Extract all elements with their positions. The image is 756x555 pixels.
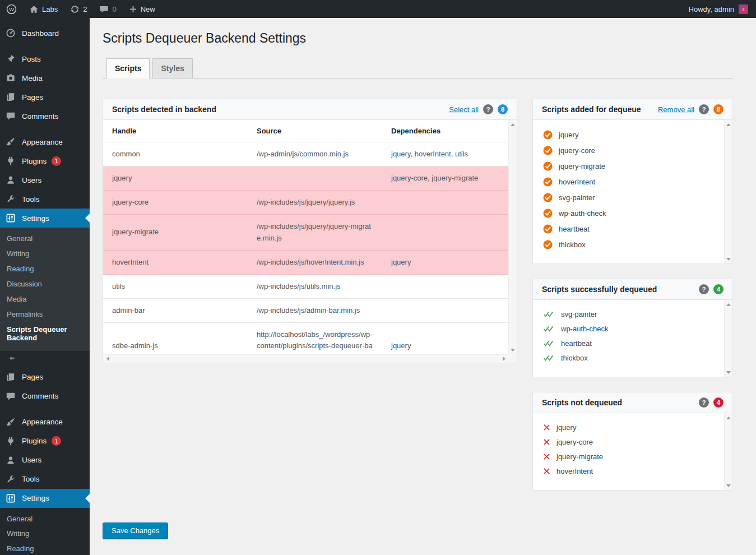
help-icon[interactable]: ? [699,284,709,294]
remove-all-link[interactable]: Remove all [658,105,694,114]
tab-styles[interactable]: Styles [152,58,192,78]
sidebar-item-pages-2[interactable]: Pages [0,368,90,387]
dequeue-item[interactable]: jquery-migrate [533,159,724,174]
sidebar-item-media[interactable]: Media [0,68,90,87]
site-menu-item[interactable]: Labs [23,0,64,18]
updates-menu-item[interactable]: 2 [64,0,93,18]
new-menu-item[interactable]: New [123,0,161,18]
submenu-item-general-2[interactable]: General [0,512,90,527]
save-changes-button[interactable]: Save Changes [103,522,168,539]
dequeue-item[interactable]: heartbeat [533,221,724,237]
sidebar-item-label: Tools [22,195,40,203]
sidebar-item-plugins[interactable]: Plugins 1 [0,151,90,170]
table-horizontal-scrollbar[interactable] [103,354,508,363]
howdy-text[interactable]: Howdy, admin [689,5,734,13]
wordpress-logo-icon[interactable]: W [0,0,23,18]
sidebar-item-label: Users [22,456,41,464]
select-all-link[interactable]: Select all [449,105,479,114]
wordpress-admin-screen: W Labs 2 0 New Howdy, admin s [0,0,756,555]
dequeue-item[interactable]: svg-painter [533,190,724,206]
sidebar-item-plugins-2[interactable]: Plugins 1 [0,432,90,451]
script-row-jquery-core[interactable]: jquery-core /wp-includes/js/jquery/jquer… [103,191,508,215]
plugins-update-badge: 1 [52,436,61,446]
scripts-table: Handle Source Dependencies common /wp-ad… [103,120,508,354]
settings-submenu: General Writing Reading Discussion Media… [0,228,90,351]
collapse-menu-button[interactable] [0,351,90,368]
sidebar-item-users[interactable]: Users [0,170,90,189]
success-scrollbar[interactable] [724,300,732,377]
scroll-down-arrow[interactable] [509,347,517,353]
sidebar-item-appearance-2[interactable]: Appearance [0,413,90,432]
sidebar-item-comments-2[interactable]: Comments [0,387,90,406]
dequeue-item[interactable]: jquery-core [533,143,724,159]
sidebar-item-pages[interactable]: Pages [0,87,90,107]
script-row-common[interactable]: common /wp-admin/js/common.min.js jquery… [103,142,508,166]
help-icon[interactable]: ? [699,397,709,408]
submenu-item-general[interactable]: General [0,232,90,247]
admin-sidebar: Dashboard Posts Media Pages Comments App… [0,18,90,555]
submenu-item-reading[interactable]: Reading [0,262,90,277]
failed-scrollbar[interactable] [724,413,732,490]
double-check-icon [543,354,555,362]
success-count-badge: 4 [713,284,723,294]
scroll-left-arrow[interactable] [105,355,110,363]
dequeue-scrollbar[interactable] [724,120,732,263]
scroll-up-arrow[interactable] [509,122,517,127]
scroll-down-arrow[interactable] [725,483,732,488]
submenu-item-scripts-dequeuer-backend[interactable]: Scripts Dequeuer Backend [0,322,74,346]
script-row-utils[interactable]: utils /wp-includes/js/utils.min.js [103,274,508,298]
dequeue-item[interactable]: wp-auth-check [533,206,724,221]
dependencies-cell: jquery [382,250,508,274]
dequeue-count-badge: 8 [713,104,723,114]
scroll-down-arrow[interactable] [725,256,732,262]
submenu-item-writing[interactable]: Writing [0,247,90,262]
detected-panel-header: Scripts detected in backend Select all ?… [103,99,517,120]
sidebar-item-posts[interactable]: Posts [0,49,90,68]
help-icon[interactable]: ? [699,104,709,114]
comments-menu-item[interactable]: 0 [93,0,122,18]
submenu-item-media[interactable]: Media [0,292,90,307]
script-row-sdbe-admin-js[interactable]: sdbe-admin-js http://localhost/labs_/wor… [103,323,508,354]
dequeue-panel-actions: Remove all ? 8 [658,104,723,114]
sidebar-item-tools-2[interactable]: Tools [0,470,90,489]
submenu-item-discussion[interactable]: Discussion [0,277,90,292]
sidebar-item-appearance[interactable]: Appearance [0,132,90,151]
avatar[interactable]: s [739,4,748,14]
submenu-item-writing-2[interactable]: Writing [0,526,90,542]
sidebar-item-comments[interactable]: Comments [0,107,90,126]
sidebar-item-tools[interactable]: Tools [0,189,90,209]
source-cell: /wp-includes/js/hoverIntent.min.js [248,250,382,274]
script-row-jquery-migrate[interactable]: jquery-migrate /wp-includes/js/jquery/jq… [103,215,508,250]
scroll-up-arrow[interactable] [725,302,732,307]
script-row-admin-bar[interactable]: admin-bar /wp-includes/js/admin-bar.min.… [103,298,508,322]
handle-cell: sdbe-admin-js [103,323,248,354]
updates-count: 2 [83,5,87,13]
submenu-item-permalinks[interactable]: Permalinks [0,307,90,322]
dequeue-item[interactable]: jquery [533,127,724,143]
failed-item: jquery-core [533,435,724,450]
sidebar-item-label: Plugins [22,157,47,165]
scroll-right-arrow[interactable] [501,355,507,363]
tab-scripts[interactable]: Scripts [106,58,150,78]
submenu-item-reading-2[interactable]: Reading [0,542,90,555]
scroll-up-arrow[interactable] [725,415,732,420]
script-name: jquery [556,423,576,432]
dequeue-item[interactable]: hoverIntent [533,174,724,190]
script-row-jquery[interactable]: jquery jquery-core, jquery-migrate [103,166,508,191]
script-name: heartbeat [561,339,592,348]
sidebar-item-settings[interactable]: Settings [0,209,90,228]
comments-icon [4,391,17,401]
table-vertical-scrollbar[interactable] [508,120,517,354]
dependencies-cell [382,191,508,215]
plus-icon [129,5,137,13]
sidebar-item-dashboard[interactable]: Dashboard [0,24,90,43]
scroll-up-arrow[interactable] [725,122,732,127]
scroll-down-arrow[interactable] [725,369,732,375]
failed-list: jquery jquery-core jquery-migrate hoverI… [533,413,724,490]
sidebar-item-settings-2[interactable]: Settings [0,489,90,508]
sidebar-item-label: Comments [22,112,58,121]
help-icon[interactable]: ? [483,104,493,114]
dequeue-item[interactable]: thickbox [533,237,724,253]
script-row-hoverintent[interactable]: hoverIntent /wp-includes/js/hoverIntent.… [103,250,508,274]
sidebar-item-users-2[interactable]: Users [0,451,90,470]
